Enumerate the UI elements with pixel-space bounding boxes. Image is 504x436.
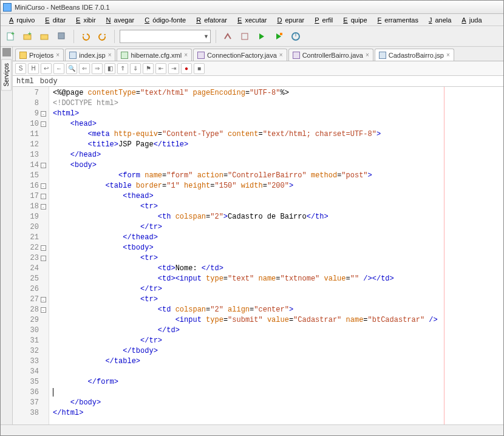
line-number[interactable]: 15 <box>13 171 46 181</box>
debug-button[interactable] <box>272 30 285 43</box>
line-number[interactable]: 37 <box>13 398 46 408</box>
macro-record-button[interactable]: ● <box>181 63 192 74</box>
clean-build-button[interactable] <box>238 30 251 43</box>
tab-cadastrobairro-jsp[interactable]: CadastroBairro.jsp× <box>375 49 454 61</box>
code-content[interactable]: <%@page contentType="text/html" pageEnco… <box>49 87 503 424</box>
prev-bookmark-button[interactable]: ⇑ <box>117 63 128 74</box>
menu-item-ajuda[interactable]: Ajuda <box>455 15 485 25</box>
fold-icon[interactable]: - <box>41 204 46 209</box>
fold-icon[interactable]: - <box>41 245 46 251</box>
new-project-button[interactable]: + <box>21 30 35 43</box>
services-tab[interactable]: Serviços <box>1 59 12 90</box>
code-line[interactable]: <tr> <box>53 202 500 212</box>
line-number[interactable]: 16 - <box>13 181 46 191</box>
find-selection-button[interactable]: 🔍 <box>66 63 77 74</box>
line-number[interactable]: 31 <box>13 336 46 346</box>
menu-item-depurar[interactable]: Depurar <box>271 15 307 25</box>
close-icon[interactable]: × <box>446 52 450 58</box>
find-prev-button[interactable]: ⇐ <box>79 63 90 74</box>
line-number[interactable]: 23 - <box>13 253 46 264</box>
fold-icon[interactable]: - <box>41 256 46 261</box>
line-number[interactable]: 30 <box>13 325 46 336</box>
code-line[interactable]: <meta http-equiv="Content-Type" content=… <box>53 129 500 140</box>
code-line[interactable]: </tr> <box>53 284 500 295</box>
close-icon[interactable]: × <box>366 52 369 58</box>
line-number[interactable]: 22 - <box>13 243 46 253</box>
back-button[interactable]: ← <box>53 63 64 74</box>
run-button[interactable] <box>255 30 268 43</box>
code-line[interactable]: </head> <box>53 150 500 160</box>
redo-button[interactable] <box>96 30 109 43</box>
profile-button[interactable] <box>289 30 302 43</box>
line-number[interactable]: 25 <box>13 274 46 284</box>
undo-button[interactable] <box>79 30 92 43</box>
menu-item-refatorar[interactable]: Refatorar <box>190 15 230 25</box>
menu-item-navegar[interactable]: Navegar <box>100 15 138 25</box>
services-icon[interactable] <box>2 48 11 56</box>
fold-icon[interactable]: - <box>41 183 46 189</box>
fold-icon[interactable]: - <box>41 111 46 117</box>
code-line[interactable]: <td>Nome: </td> <box>53 264 500 274</box>
menubar[interactable]: ArquivoEditarExibirNavegarCódigo-fonteRe… <box>1 14 503 26</box>
macro-stop-button[interactable]: ■ <box>194 63 205 74</box>
code-line[interactable]: <form name="form" action="ControllerBair… <box>53 171 500 181</box>
build-button[interactable] <box>221 30 234 43</box>
code-line[interactable]: </td> <box>53 325 500 336</box>
code-line[interactable]: </tr> <box>53 222 500 233</box>
tab-index-jsp[interactable]: index.jsp× <box>65 49 115 61</box>
menu-item-arquivo[interactable]: Arquivo <box>3 15 38 25</box>
code-line[interactable]: <input type="submit" value="Cadastrar" n… <box>53 315 500 325</box>
toggle-highlight-button[interactable]: ◧ <box>104 63 115 74</box>
line-number[interactable]: 26 <box>13 284 46 295</box>
tab-hibernate-cfg-xml[interactable]: hibernate.cfg.xml× <box>117 49 192 61</box>
line-number[interactable]: 34 <box>13 367 46 377</box>
code-line[interactable]: <tbody> <box>53 243 500 253</box>
code-line[interactable]: <%@page contentType="text/html" pageEnco… <box>53 88 500 98</box>
code-line[interactable]: <head> <box>53 119 500 129</box>
history-button[interactable]: H <box>28 63 39 74</box>
line-number[interactable]: 14 - <box>13 160 46 171</box>
last-edit-button[interactable]: ↩ <box>41 63 52 74</box>
line-number[interactable]: 36 <box>13 387 46 398</box>
open-button[interactable] <box>38 30 52 43</box>
save-all-button[interactable] <box>55 30 69 43</box>
close-icon[interactable]: × <box>108 52 112 58</box>
fold-icon[interactable]: - <box>41 121 46 127</box>
tab-connectionfactory-java[interactable]: ConnectionFactory.java× <box>193 49 287 61</box>
code-line[interactable]: </tr> <box>53 336 500 346</box>
breadcrumb-item[interactable]: html <box>16 77 34 86</box>
close-icon[interactable]: × <box>56 52 60 58</box>
tab-controllerbairro-java[interactable]: ControllerBairro.java× <box>288 49 373 61</box>
code-editor[interactable]: 7 8 9 -10 -11 12 13 14 -15 16 -17 -18 -1… <box>13 87 503 424</box>
code-line[interactable] <box>53 387 500 398</box>
line-number[interactable]: 32 <box>13 346 46 356</box>
line-number[interactable]: 13 <box>13 150 46 160</box>
line-number[interactable]: 12 <box>13 140 46 150</box>
fold-icon[interactable]: - <box>41 307 46 313</box>
code-line[interactable]: </thead> <box>53 233 500 243</box>
code-line[interactable]: <td colspan="2" align="center"> <box>53 305 500 315</box>
fold-icon[interactable]: - <box>41 194 46 199</box>
line-number[interactable]: 9 - <box>13 109 46 119</box>
menu-item-ferramentas[interactable]: Ferramentas <box>372 15 421 25</box>
menu-item-janela[interactable]: Janela <box>423 15 454 25</box>
line-number[interactable]: 28 - <box>13 305 46 315</box>
code-line[interactable]: <td><input type="text" name="txtnome" va… <box>53 274 500 284</box>
line-number[interactable]: 8 <box>13 98 46 109</box>
menu-item-equipe[interactable]: Equipe <box>337 15 370 25</box>
line-number[interactable]: 29 <box>13 315 46 325</box>
breadcrumb-item[interactable]: body <box>40 77 58 86</box>
line-number[interactable]: 18 - <box>13 202 46 212</box>
line-number[interactable]: 24 <box>13 264 46 274</box>
code-line[interactable]: <tr> <box>53 295 500 305</box>
code-line[interactable]: <title>JSP Page</title> <box>53 140 500 150</box>
line-number[interactable]: 21 <box>13 233 46 243</box>
code-line[interactable] <box>53 367 500 377</box>
code-line[interactable]: </table> <box>53 356 500 367</box>
code-line[interactable]: <html> <box>53 109 500 119</box>
find-next-button[interactable]: ⇒ <box>92 63 103 74</box>
line-number[interactable]: 33 <box>13 356 46 367</box>
code-line[interactable]: <table border="1" height="150" width="20… <box>53 181 500 191</box>
next-bookmark-button[interactable]: ⇓ <box>130 63 141 74</box>
line-number[interactable]: 19 <box>13 212 46 222</box>
